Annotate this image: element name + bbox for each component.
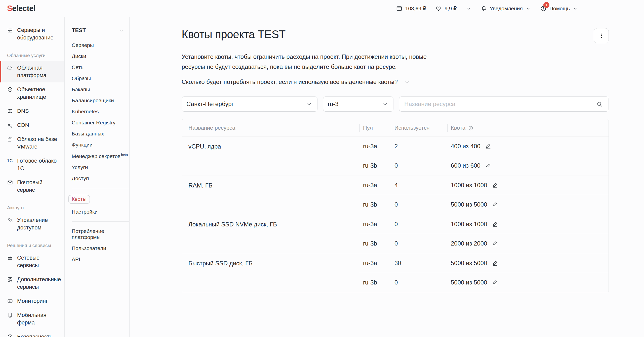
chevron-down-icon (382, 101, 388, 107)
sidebar-item-network-services[interactable]: Сетевые сервисы (0, 251, 64, 272)
sidebar-item-1c-cloud[interactable]: 1С Готовое облако 1С (0, 154, 64, 175)
submenu-item-container-registry[interactable]: Container Registry (72, 117, 129, 128)
submenu-item-images[interactable]: Образы (72, 73, 129, 84)
chevron-down-icon (404, 79, 410, 85)
logo-text: electel (12, 4, 35, 13)
used-cell: 0 (391, 201, 447, 208)
edit-quota-button[interactable] (492, 201, 498, 208)
submenu-item-quotas[interactable]: Квоты (72, 192, 129, 206)
sidebar-item-access-management[interactable]: Управление доступом (0, 213, 64, 235)
submenu-item-backups[interactable]: Бэкапы (72, 84, 129, 95)
sidebar-item-cloud-platform[interactable]: Облачная платформа (0, 61, 64, 82)
search-button[interactable] (590, 97, 609, 111)
consumption-expander[interactable]: Сколько будет потреблять проект, если я … (182, 78, 609, 85)
pool-cell: ru-3b (359, 279, 391, 286)
pencil-icon (492, 221, 498, 227)
pencil-icon (492, 240, 498, 247)
resource-name: vCPU, ядра (182, 136, 359, 175)
sidebar-item-dns[interactable]: DNS (0, 104, 64, 118)
submenu-item-functions[interactable]: Функции (72, 139, 129, 150)
heart-icon (435, 5, 442, 12)
edit-quota-button[interactable] (485, 162, 492, 169)
sidebar-item-vmware-cloud[interactable]: Облако на базе VMware (0, 132, 64, 154)
edit-quota-button[interactable] (492, 182, 498, 188)
sidebar-item-cdn[interactable]: CDN (0, 118, 64, 132)
balance-menu-toggle[interactable] (466, 6, 471, 11)
chevron-down-icon (306, 101, 312, 107)
balance-value: 108,69 ₽ (405, 6, 426, 12)
used-cell: 0 (391, 221, 447, 228)
page-actions-button[interactable] (594, 28, 609, 43)
balance-button[interactable]: 108,69 ₽ (396, 5, 426, 12)
submenu-item-network[interactable]: Сеть (72, 62, 129, 73)
pool-cell: ru-3a (359, 221, 391, 228)
sidebar-item-mail-service[interactable]: Почтовый сервис (0, 175, 64, 197)
sidebar-item-additional-services[interactable]: Дополнительные сервисы (0, 272, 64, 294)
submenu-item-access[interactable]: Доступ (72, 173, 129, 184)
table-row: ru-3a 4 1000 из 1000 (359, 175, 609, 195)
sidebar-item-object-storage[interactable]: Объектное хранилище (0, 82, 64, 104)
card-icon (396, 5, 403, 12)
server-icon (7, 27, 13, 33)
chevron-down-icon (466, 6, 471, 11)
pool-select[interactable]: ru-3 (323, 97, 393, 112)
quota-cell: 5000 из 5000 (447, 279, 609, 286)
sidebar-item-label: Сетевые сервисы (17, 254, 60, 269)
help-icon-wrap: 1 (540, 5, 547, 12)
project-selector[interactable]: TEST (72, 27, 129, 34)
subrows: ru-3a 0 1000 из 1000 ru-3b 0 2000 из 2 (359, 214, 609, 253)
pool-cell: ru-3b (359, 240, 391, 247)
users-icon (7, 217, 13, 223)
topbar-right: 108,69 ₽ 9,9 ₽ Уведомления 1 Помощь (396, 5, 578, 12)
edit-quota-button[interactable] (492, 221, 498, 227)
header-resource: Название ресурса (182, 119, 359, 136)
sidebar-item-monitoring[interactable]: Мониторинг (0, 294, 64, 308)
region-select[interactable]: Санкт-Петербург (182, 97, 317, 112)
project-name: TEST (72, 27, 86, 34)
bonus-button[interactable]: 9,9 ₽ (435, 5, 457, 12)
submenu-item-api[interactable]: API (72, 254, 129, 265)
quota-cell: 600 из 600 (447, 162, 609, 169)
selectel-logo[interactable]: Selectel (7, 4, 35, 13)
submenu-item-secrets-manager[interactable]: Менеджер секретовbeta (72, 150, 129, 162)
header-quota: Квота (447, 119, 609, 136)
submenu-item-disks[interactable]: Диски (72, 51, 129, 62)
bell-icon (480, 5, 487, 12)
sidebar-item-servers[interactable]: Серверы и оборудование (0, 23, 64, 45)
search-input[interactable] (399, 97, 590, 111)
edit-quota-button[interactable] (485, 143, 492, 150)
quota-value: 2000 из 2000 (451, 240, 487, 247)
edit-quota-button[interactable] (492, 279, 498, 286)
quota-cell: 5000 из 5000 (447, 201, 609, 208)
submenu-item-servers[interactable]: Серверы (72, 40, 129, 51)
cloud-icon (7, 65, 13, 71)
edit-quota-button[interactable] (492, 240, 498, 247)
submenu-item-settings[interactable]: Настройки (72, 206, 129, 217)
pencil-icon (492, 260, 498, 266)
quota-help-icon[interactable] (468, 125, 473, 131)
help-button[interactable]: 1 Помощь (540, 5, 578, 12)
submenu-item-databases[interactable]: Базы данных (72, 128, 129, 139)
notifications-button[interactable]: Уведомления (480, 5, 531, 12)
sidebar-item-security[interactable]: Безопасность (0, 330, 64, 337)
chevron-down-icon (526, 6, 531, 11)
edit-quota-button[interactable] (492, 260, 498, 266)
submenu-item-balancers[interactable]: Балансировщики (72, 95, 129, 106)
submenu-item-kubernetes[interactable]: Kubernetes (72, 106, 129, 117)
main-area: Квоты проекта TEST Установите квоты, что… (130, 17, 644, 337)
quota-value: 1000 из 1000 (451, 182, 487, 189)
pool-cell: ru-3b (359, 162, 391, 169)
submenu-item-services[interactable]: Услуги (72, 162, 129, 173)
pool-cell: ru-3a (359, 182, 391, 189)
quota-value: 5000 из 5000 (451, 260, 487, 267)
submenu-item-platform-consumption[interactable]: Потребление платформы (72, 226, 129, 243)
sidebar-item-label: Объектное хранилище (17, 86, 60, 101)
sidebar-item-label: Мобильная ферма (17, 311, 60, 326)
search-icon (596, 101, 603, 107)
title-row: Квоты проекта TEST (182, 28, 609, 43)
resource-name: Быстрый SSD диск, ГБ (182, 253, 359, 292)
sidebar-item-mobile-farm[interactable]: Мобильная ферма (0, 308, 64, 330)
pool-cell: ru-3a (359, 143, 391, 150)
submenu-item-label: Менеджер секретов (72, 153, 120, 159)
submenu-item-users[interactable]: Пользователи (72, 243, 129, 254)
